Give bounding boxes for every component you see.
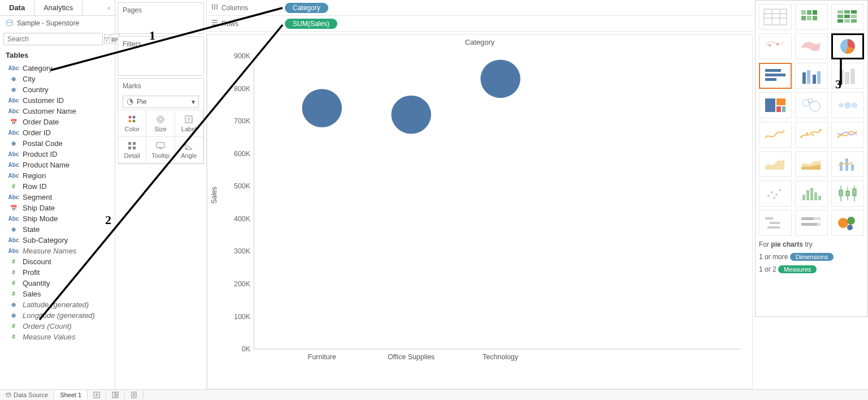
text-table-icon	[762, 6, 789, 28]
svg-rect-34	[837, 10, 843, 14]
num-type-icon: #	[9, 334, 18, 340]
field-latitude-generated-[interactable]: ⊕Latitude (generated)	[0, 299, 115, 310]
field-order-id[interactable]: AbcOrder ID	[0, 127, 115, 138]
mark-size-button[interactable]: Size	[146, 110, 175, 137]
mark-label-button[interactable]: TLabel	[175, 110, 203, 137]
showme-area-discrete[interactable]	[795, 151, 828, 177]
field-longitude-generated-[interactable]: ⊕Longitude (generated)	[0, 310, 115, 321]
collapse-data-pane[interactable]: ‹	[103, 0, 115, 15]
columns-shelf[interactable]: Columns Category	[207, 0, 753, 16]
showme-highlight-table[interactable]	[831, 4, 864, 30]
field-product-id[interactable]: AbcProduct ID	[0, 149, 115, 160]
rows-shelf[interactable]: Rows SUM(Sales)	[207, 16, 753, 32]
x-tick: Technology	[483, 353, 519, 361]
showme-circle-views[interactable]	[795, 92, 828, 118]
pages-card[interactable]: Pages	[118, 2, 204, 34]
field-postal-code[interactable]: ⊕Postal Code	[0, 138, 115, 149]
field-ship-mode[interactable]: AbcShip Mode	[0, 213, 115, 224]
svg-rect-49	[802, 72, 806, 84]
tab-analytics[interactable]: Analytics	[34, 0, 83, 15]
showme-filled-map[interactable]	[795, 33, 828, 59]
showme-scatter[interactable]	[759, 180, 792, 207]
mark-color-button[interactable]: Color	[118, 110, 146, 137]
filters-card[interactable]: Filters	[118, 36, 204, 76]
field-city[interactable]: ⊕City	[0, 74, 115, 84]
new-worksheet-button[interactable]	[88, 390, 106, 399]
mark-detail-button[interactable]: Detail	[118, 136, 146, 164]
abc-type-icon: Abc	[9, 162, 18, 168]
tab-sheet-1[interactable]: Sheet 1	[54, 390, 88, 399]
field-category[interactable]: AbcCategory	[0, 63, 115, 74]
showme-heat-map[interactable]	[795, 4, 828, 30]
field-country[interactable]: ⊕Country	[0, 84, 115, 95]
svg-rect-86	[846, 191, 849, 196]
field-state[interactable]: ⊕State	[0, 224, 115, 235]
svg-rect-81	[814, 192, 817, 200]
tab-data-source[interactable]: Data Source	[0, 390, 54, 399]
sm-line1-text: 1 or more	[759, 253, 790, 261]
field-sales[interactable]: #Sales	[0, 289, 115, 299]
y-tick: 500K	[234, 182, 250, 190]
packed-bubbles-icon	[834, 212, 861, 234]
showme-dual-combo[interactable]	[831, 151, 864, 177]
showme-histogram[interactable]	[795, 180, 828, 207]
data-source-row[interactable]: Sample - Superstore	[0, 16, 115, 31]
showme-horizontal-bar[interactable]	[759, 63, 792, 89]
search-input[interactable]	[3, 33, 103, 45]
field-quantity[interactable]: #Quantity	[0, 278, 115, 289]
field-measure-values[interactable]: #Measure Values	[0, 332, 115, 342]
field-product-name[interactable]: AbcProduct Name	[0, 160, 115, 170]
showme-dual-line[interactable]	[831, 122, 864, 148]
svg-rect-78	[802, 195, 805, 200]
field-row-id[interactable]: #Row ID	[0, 181, 115, 192]
field-orders-count-[interactable]: #Orders (Count)	[0, 321, 115, 332]
showme-line-discrete[interactable]	[795, 122, 828, 148]
field-segment[interactable]: AbcSegment	[0, 192, 115, 203]
field-label: Postal Code	[23, 139, 63, 148]
showme-treemap[interactable]	[759, 92, 792, 118]
field-sub-category[interactable]: AbcSub-Category	[0, 235, 115, 246]
showme-packed-bubbles[interactable]	[831, 210, 864, 236]
mark-tooltip-button[interactable]: Tooltip	[146, 136, 175, 164]
showme-pie-chart[interactable]	[831, 33, 864, 59]
showme-side-by-side-circles[interactable]	[831, 92, 864, 118]
pill-category[interactable]: Category	[285, 3, 328, 13]
new-story-button[interactable]	[125, 390, 144, 399]
data-point[interactable]	[480, 59, 520, 98]
showme-gantt[interactable]	[759, 210, 792, 236]
mark-angle-button[interactable]: Angle	[175, 136, 203, 164]
sm-line2-text: 1 or 2	[759, 265, 778, 273]
showme-text-table[interactable]	[759, 4, 792, 30]
mark-type-dropdown[interactable]: Pie ▾	[123, 96, 199, 108]
field-ship-date[interactable]: 📅Ship Date	[0, 203, 115, 213]
svg-rect-15	[212, 4, 213, 10]
field-customer-name[interactable]: AbcCustomer Name	[0, 106, 115, 117]
showme-area-continuous[interactable]	[759, 151, 792, 177]
marks-title: Marks	[118, 79, 203, 93]
svg-rect-31	[801, 16, 806, 20]
new-dashboard-button[interactable]	[106, 390, 125, 399]
field-customer-id[interactable]: AbcCustomer ID	[0, 95, 115, 106]
filter-icon-button[interactable]: ▽	[104, 34, 110, 44]
svg-rect-32	[807, 16, 811, 20]
field-discount[interactable]: #Discount	[0, 256, 115, 267]
svg-rect-84	[839, 190, 843, 196]
showme-side-by-side-bar[interactable]	[795, 63, 828, 89]
field-profit[interactable]: #Profit	[0, 267, 115, 278]
tab-data[interactable]: Data	[0, 0, 34, 15]
showme-line-continuous[interactable]	[759, 122, 792, 148]
field-order-date[interactable]: 📅Order Date	[0, 117, 115, 127]
showme-symbol-map[interactable]	[759, 33, 792, 59]
data-point[interactable]	[391, 96, 431, 134]
showme-bullet[interactable]	[795, 210, 828, 236]
pill-sum-sales[interactable]: SUM(Sales)	[285, 19, 337, 29]
mark-cell-label: Color	[125, 126, 140, 132]
field-region[interactable]: AbcRegion	[0, 170, 115, 181]
data-point[interactable]	[302, 89, 342, 127]
showme-box-and-whisker[interactable]	[831, 180, 864, 207]
tables-header: Tables	[0, 48, 115, 63]
field-label: Order ID	[23, 128, 51, 137]
viz-canvas[interactable]: Category Sales 0K100K200K300K400K500K600…	[207, 34, 753, 389]
field-measure-names[interactable]: AbcMeasure Names	[0, 246, 115, 256]
field-label: Product Name	[23, 161, 70, 169]
